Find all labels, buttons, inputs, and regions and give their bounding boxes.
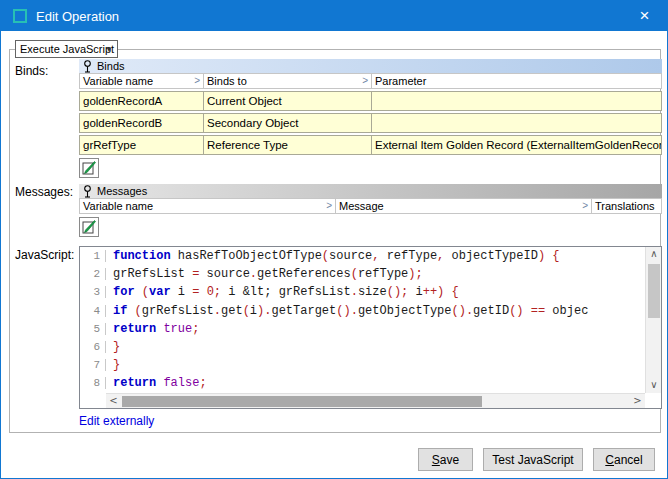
binds-panel-title: Binds bbox=[97, 60, 125, 72]
code-text: return false; bbox=[106, 376, 207, 390]
line-number: 5 bbox=[80, 323, 106, 335]
line-number: 3 bbox=[80, 286, 106, 298]
save-button[interactable]: Save bbox=[418, 448, 473, 471]
binds-panel-header: Binds bbox=[79, 59, 662, 73]
table-cell[interactable] bbox=[372, 113, 662, 133]
titlebar: Edit Operation × bbox=[1, 1, 667, 31]
edit-binds-button[interactable] bbox=[79, 158, 99, 178]
scroll-up-icon[interactable]: ∧ bbox=[646, 247, 662, 262]
table-cell[interactable]: grRefType bbox=[79, 135, 204, 155]
close-button[interactable]: × bbox=[622, 1, 667, 31]
dialog-title: Edit Operation bbox=[36, 9, 119, 24]
sort-icon: > bbox=[194, 75, 200, 86]
code-line[interactable]: 5return true; bbox=[80, 320, 645, 338]
vertical-scrollbar[interactable]: ∧ ∨ bbox=[645, 247, 661, 393]
code-text: } bbox=[106, 340, 120, 354]
binds-row-goldenRecordB[interactable]: goldenRecordB Secondary Object bbox=[79, 113, 662, 133]
line-number: 7 bbox=[80, 359, 106, 371]
messages-panel-title: Messages bbox=[97, 185, 147, 197]
app-icon bbox=[13, 9, 27, 23]
code-text: if (grRefsList.get(i).getTarget().getObj… bbox=[106, 304, 588, 318]
scroll-right-icon[interactable]: > bbox=[630, 394, 645, 409]
cancel-button[interactable]: Cancel bbox=[593, 448, 655, 471]
table-cell[interactable]: goldenRecordA bbox=[79, 91, 204, 111]
edit-icon bbox=[82, 220, 96, 234]
messages-col-translations[interactable]: Translations bbox=[592, 198, 662, 214]
binds-table-header: Variable name> Binds to> Parameter bbox=[79, 73, 662, 89]
code-text: } bbox=[106, 358, 120, 372]
code-text: return true; bbox=[106, 322, 199, 336]
sort-icon: > bbox=[362, 75, 368, 86]
horizontal-scrollbar[interactable]: < > bbox=[106, 393, 645, 408]
binds-row-grRefType[interactable]: grRefType Reference Type External Item G… bbox=[79, 135, 662, 155]
edit-externally-link[interactable]: Edit externally bbox=[79, 414, 154, 428]
operation-type-value: Execute JavaScript bbox=[20, 43, 114, 55]
code-text: function hasRefToObjectOfType(source, re… bbox=[106, 249, 560, 263]
binds-col-parameter[interactable]: Parameter bbox=[372, 73, 662, 89]
line-number: 1 bbox=[80, 250, 106, 262]
table-cell[interactable]: goldenRecordB bbox=[79, 113, 204, 133]
messages-col-variable-name[interactable]: Variable name> bbox=[79, 198, 336, 214]
table-cell[interactable]: Current Object bbox=[204, 91, 372, 111]
line-number: 4 bbox=[80, 305, 106, 317]
pin-icon bbox=[83, 185, 92, 198]
sort-icon: > bbox=[326, 200, 332, 211]
table-cell[interactable]: Reference Type bbox=[204, 135, 372, 155]
code-text: grRefsList = source.getReferences(refTyp… bbox=[106, 267, 423, 281]
edit-messages-button[interactable] bbox=[79, 217, 99, 237]
vertical-scroll-thumb[interactable] bbox=[648, 264, 660, 318]
edit-operation-dialog: Edit Operation × Execute JavaScript ▼ Bi… bbox=[0, 0, 668, 479]
line-number: 6 bbox=[80, 341, 106, 353]
code-line[interactable]: 3for (var i = 0; i &lt; grRefsList.size(… bbox=[80, 283, 645, 301]
edit-icon bbox=[82, 161, 96, 175]
code-line[interactable]: 2grRefsList = source.getReferences(refTy… bbox=[80, 265, 645, 283]
line-number: 2 bbox=[80, 268, 106, 280]
sort-icon: > bbox=[582, 200, 588, 211]
binds-col-variable-name[interactable]: Variable name> bbox=[79, 73, 204, 89]
javascript-label: JavaScript: bbox=[15, 248, 74, 262]
code-line[interactable]: 4if (grRefsList.get(i).getTarget().getOb… bbox=[80, 302, 645, 320]
table-cell[interactable]: Secondary Object bbox=[204, 113, 372, 133]
scroll-down-icon[interactable]: ∨ bbox=[646, 378, 662, 393]
chevron-down-icon: ▼ bbox=[105, 45, 113, 54]
scroll-left-icon[interactable]: < bbox=[106, 394, 121, 409]
messages-table-header: Variable name> Message> Translations bbox=[79, 198, 662, 214]
pin-icon bbox=[83, 60, 92, 73]
binds-label: Binds: bbox=[15, 64, 48, 78]
code-line[interactable]: 7} bbox=[80, 356, 645, 374]
messages-col-message[interactable]: Message> bbox=[336, 198, 592, 214]
horizontal-scroll-thumb[interactable] bbox=[122, 396, 482, 407]
table-cell[interactable] bbox=[372, 91, 662, 111]
operation-type-select[interactable]: Execute JavaScript ▼ bbox=[15, 40, 118, 58]
code-line[interactable]: 8return false; bbox=[80, 374, 645, 392]
javascript-code-editor[interactable]: 1function hasRefToObjectOfType(source, r… bbox=[79, 246, 662, 409]
line-number: 8 bbox=[80, 377, 106, 389]
code-text: for (var i = 0; i &lt; grRefsList.size()… bbox=[106, 285, 459, 299]
messages-panel-header: Messages bbox=[79, 184, 662, 198]
code-line[interactable]: 6} bbox=[80, 338, 645, 356]
table-cell[interactable]: External Item Golden Record (ExternalIte… bbox=[372, 135, 662, 155]
code-lines[interactable]: 1function hasRefToObjectOfType(source, r… bbox=[80, 247, 645, 393]
binds-row-goldenRecordA[interactable]: goldenRecordA Current Object bbox=[79, 91, 662, 111]
test-javascript-button[interactable]: Test JavaScript bbox=[483, 448, 583, 471]
code-line[interactable]: 1function hasRefToObjectOfType(source, r… bbox=[80, 247, 645, 265]
binds-col-binds-to[interactable]: Binds to> bbox=[204, 73, 372, 89]
messages-label: Messages: bbox=[15, 185, 73, 199]
